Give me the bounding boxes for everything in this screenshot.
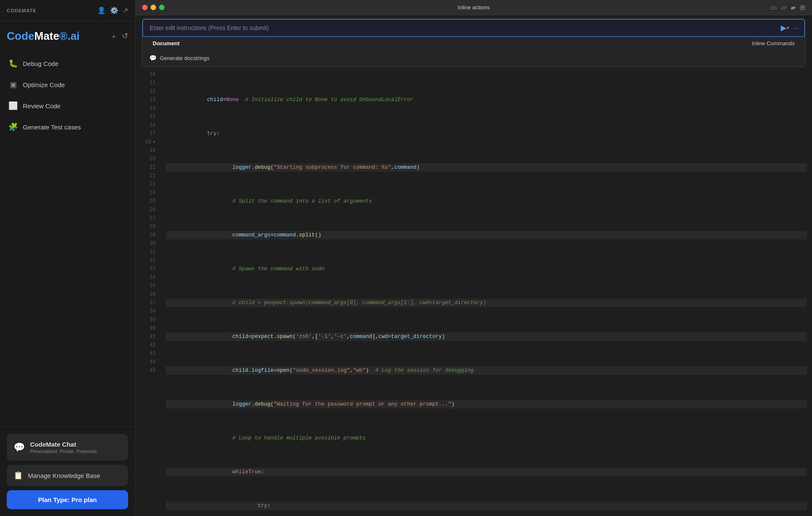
user-icon[interactable]: 👤 xyxy=(97,6,106,14)
run-icon[interactable]: ▶ xyxy=(781,23,787,33)
title-bar: Inline actions ▭ ▱ ▰ ⊞ xyxy=(135,0,812,15)
test-icon: 🧩 xyxy=(8,122,18,132)
tab-document[interactable]: Document xyxy=(149,39,183,47)
traffic-light-yellow[interactable] xyxy=(151,5,156,10)
review-icon: ⬜ xyxy=(8,101,18,110)
code-container: 10 11 12 13 14 15 16 17 18 + 19 20 21 22… xyxy=(135,70,812,516)
code-line-20: · · · · · · · · · · # Loop to handle mul… xyxy=(166,434,807,442)
line-num-31: 31 xyxy=(140,248,156,256)
line-num-17: 17 xyxy=(140,129,156,138)
panel-layout-icon-2[interactable]: ▱ xyxy=(781,3,786,11)
line-num-19: 19 xyxy=(140,146,156,155)
chat-subtitle: Personalised. Private. Protected. xyxy=(30,449,98,454)
code-line-16: · · · · · · · · · · # child = pexpect.sp… xyxy=(166,299,807,307)
sidebar-item-debug-code[interactable]: 🐛 Debug Code xyxy=(0,53,135,74)
logo: CodeMate®.ai xyxy=(7,30,80,43)
traffic-lights xyxy=(142,5,165,10)
traffic-light-red[interactable] xyxy=(142,5,148,10)
sidebar-item-review-code[interactable]: ⬜ Review Code xyxy=(0,95,135,116)
chat-card-text: CodeMate Chat Personalised. Private. Pro… xyxy=(30,441,98,454)
line-num-16: 16 xyxy=(140,121,156,129)
sidebar-bottom: 💬 CodeMate Chat Personalised. Private. P… xyxy=(0,427,135,516)
sidebar-item-label: Optimize Code xyxy=(23,81,65,88)
code-line-22: · · · · · · · · · · · · · · try: xyxy=(166,502,807,510)
line-num-22: 22 xyxy=(140,172,156,180)
code-content[interactable]: · · · · · · child = None # Initialize ch… xyxy=(161,70,812,516)
export-icon[interactable]: ↗ xyxy=(123,6,128,14)
optimize-icon: ▣ xyxy=(8,80,18,89)
code-line-12: · · · · · · · · · · logger.debug("Starti… xyxy=(166,163,807,172)
title-bar-right-icons: ▭ ▱ ▰ ⊞ xyxy=(771,3,805,11)
run-dropdown-icon[interactable]: ▾ xyxy=(787,25,789,31)
codemate-chat-card[interactable]: 💬 CodeMate Chat Personalised. Private. P… xyxy=(7,434,128,461)
inline-actions-panel: ▶ ▾ ⋯ Document Inline Commands 💬 Generat… xyxy=(142,19,805,67)
nav-items: 🐛 Debug Code ▣ Optimize Code ⬜ Review Co… xyxy=(0,49,135,427)
line-num-10: 10 xyxy=(140,70,156,79)
sidebar-top-icons: 👤 ⚙️ ↗ xyxy=(97,6,128,14)
line-num-43: 43 xyxy=(140,349,156,358)
sidebar-item-label: Review Code xyxy=(23,102,60,110)
inline-instruction-input[interactable] xyxy=(148,19,777,36)
line-num-23: 23 xyxy=(140,180,156,189)
line-num-35: 35 xyxy=(140,282,156,290)
code-line-21: · · · · · · · · · · while True: xyxy=(166,468,807,476)
line-num-36: 36 xyxy=(140,290,156,299)
line-num-12: 12 xyxy=(140,87,156,96)
line-num-24: 24 xyxy=(140,189,156,197)
sidebar-item-optimize-code[interactable]: ▣ Optimize Code xyxy=(0,74,135,95)
traffic-light-green[interactable] xyxy=(159,5,165,10)
code-line-15: · · · · · · · · · · # Spawn the command … xyxy=(166,265,807,273)
line-num-44: 44 xyxy=(140,358,156,366)
line-num-14: 14 xyxy=(140,104,156,113)
code-line-10: · · · · · · child = None # Initialize ch… xyxy=(166,96,807,104)
line-num-28: 28 xyxy=(140,222,156,231)
line-num-11: 11 xyxy=(140,79,156,87)
code-line-13: · · · · · · · · · · # Split the command … xyxy=(166,197,807,206)
inline-menu: 💬 Generate docstrings xyxy=(143,49,805,66)
chat-icon: 💬 xyxy=(14,442,25,453)
panel-layout-icon-3[interactable]: ▰ xyxy=(790,3,796,11)
panel-layout-icon-1[interactable]: ▭ xyxy=(771,3,777,11)
line-numbers: 10 11 12 13 14 15 16 17 18 + 19 20 21 22… xyxy=(135,70,161,516)
sidebar: CODEMATE 👤 ⚙️ ↗ CodeMate®.ai ＋ ↺ 🐛 Debug… xyxy=(0,0,135,516)
logo-code: Code xyxy=(7,30,34,42)
code-line-18: · · · · · · · · · · child.logfile = open… xyxy=(166,366,807,375)
line-num-34: 34 xyxy=(140,273,156,282)
knowledge-base-item[interactable]: 📋 Manage Knowledge Base xyxy=(7,465,128,486)
logo-dotai: ®.ai xyxy=(59,30,80,42)
knowledge-icon: 📋 xyxy=(14,471,23,480)
knowledge-base-label: Manage Knowledge Base xyxy=(28,472,100,479)
tab-document-label: Document xyxy=(149,38,183,48)
line-num-32: 32 xyxy=(140,256,156,265)
chat-title: CodeMate Chat xyxy=(30,441,98,448)
more-options-icon[interactable]: ⋯ xyxy=(793,24,799,32)
line-num-41: 41 xyxy=(140,332,156,341)
settings-icon[interactable]: ⚙️ xyxy=(110,6,118,14)
line-num-26: 26 xyxy=(140,206,156,214)
line-num-38: 38 xyxy=(140,307,156,316)
generate-docstrings-item[interactable]: 💬 Generate docstrings xyxy=(143,51,805,65)
sidebar-item-generate-test[interactable]: 🧩 Generate Test cases xyxy=(0,116,135,137)
line-num-45: 45 xyxy=(140,366,156,375)
line-num-40: 40 xyxy=(140,324,156,332)
sidebar-item-label: Debug Code xyxy=(23,60,58,67)
code-line-11: · · · · · · try: xyxy=(166,129,807,138)
code-editor[interactable]: 10 11 12 13 14 15 16 17 18 + 19 20 21 22… xyxy=(135,70,812,516)
line-num-21: 21 xyxy=(140,163,156,172)
sidebar-item-label: Generate Test cases xyxy=(23,124,81,131)
panel-layout-icon-4[interactable]: ⊞ xyxy=(800,3,805,11)
sidebar-top-bar: CODEMATE 👤 ⚙️ ↗ xyxy=(0,0,135,21)
logo-mate: Mate xyxy=(34,30,59,42)
inline-input-row: ▶ ▾ ⋯ xyxy=(143,19,805,37)
history-icon[interactable]: ↺ xyxy=(122,31,128,41)
line-num-39: 39 xyxy=(140,316,156,324)
tab-inline-commands[interactable]: Inline Commands xyxy=(749,39,798,47)
line-num-33: 33 xyxy=(140,265,156,273)
plan-type-button[interactable]: Plan Type: Pro plan xyxy=(7,490,128,509)
inline-tabs: Document Inline Commands xyxy=(143,37,805,49)
new-chat-icon[interactable]: ＋ xyxy=(110,31,118,41)
main-area: Inline actions ▭ ▱ ▰ ⊞ ▶ ▾ ⋯ Document In… xyxy=(135,0,812,516)
tab-inline-commands-label: Inline Commands xyxy=(749,38,798,48)
logo-area: CodeMate®.ai ＋ ↺ xyxy=(0,21,135,49)
generate-docstrings-label: Generate docstrings xyxy=(160,55,209,61)
